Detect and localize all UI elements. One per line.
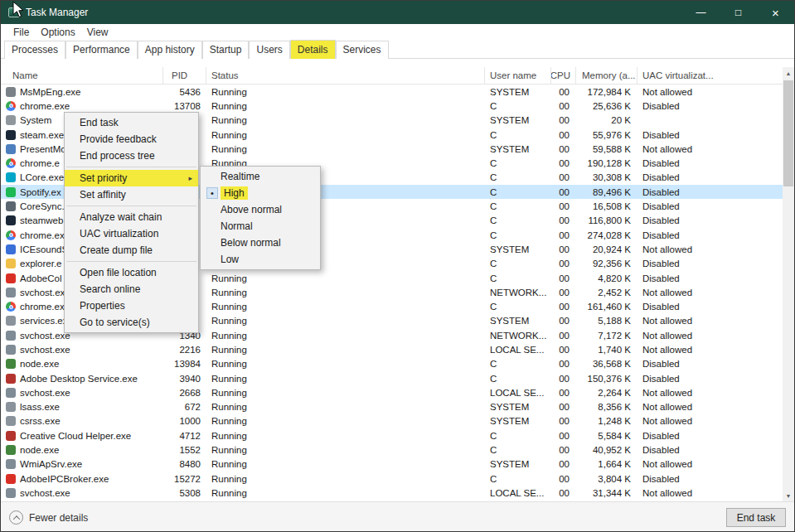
tab-startup[interactable]: Startup [202, 41, 250, 59]
fewer-details-label: Fewer details [29, 512, 88, 524]
column-header-pid[interactable]: PID [163, 67, 206, 84]
column-header-cpu[interactable]: CPU [551, 67, 576, 84]
tab-performance[interactable]: Performance [65, 41, 138, 59]
menu-item-create-dump-file[interactable]: Create dump file [65, 242, 198, 259]
close-button[interactable]: × [757, 1, 794, 24]
cell-status: Running [206, 328, 485, 342]
submenu-item-above-normal[interactable]: Above normal [201, 201, 320, 218]
menu-item-search-online[interactable]: Search online [65, 281, 198, 297]
process-icon [6, 158, 16, 168]
cell-cpu: 00 [551, 228, 576, 242]
table-row[interactable]: svchost.exe2668RunningLOCAL SE...002,264… [1, 385, 784, 399]
column-header-user-name[interactable]: User name [485, 67, 551, 84]
cell-user-name: C [485, 156, 551, 170]
cell-cpu: 00 [551, 114, 576, 128]
column-header-status[interactable]: Status [206, 67, 485, 84]
tab-app-history[interactable]: App history [138, 41, 202, 59]
cell-pid: 5308 [163, 486, 206, 500]
cell-uac-virtualization: Not allowed [637, 486, 784, 500]
cell-user-name: C [485, 99, 551, 113]
cell-name: chrome.exe [1, 99, 163, 113]
menu-item-end-process-tree[interactable]: End process tree [65, 148, 198, 164]
submenu-item-realtime[interactable]: Realtime [201, 168, 320, 185]
menu-options[interactable]: Options [35, 27, 80, 38]
cell-memory: 1,664 K [576, 457, 637, 472]
cell-memory: 30,308 K [576, 171, 637, 185]
table-row[interactable]: node.exe1552RunningC0040,952 KDisabled [1, 443, 784, 457]
scroll-down-button[interactable]: ▼ [783, 490, 794, 502]
process-icon [6, 302, 16, 312]
cell-status: Running [206, 400, 485, 414]
cell-uac-virtualization: Disabled [637, 128, 784, 142]
cell-cpu: 00 [551, 271, 576, 285]
cell-cpu: 00 [551, 299, 576, 313]
menu-item-set-affinity[interactable]: Set affinity [65, 186, 198, 203]
table-row[interactable]: node.exe13984RunningC0036,568 KDisabled [1, 357, 784, 371]
menu-item-analyze-wait-chain[interactable]: Analyze wait chain [65, 209, 198, 225]
table-row[interactable]: Adobe Desktop Service.exe3940RunningC001… [1, 371, 784, 385]
table-row[interactable]: Creative Cloud Helper.exe4712RunningC005… [1, 428, 784, 443]
table-row[interactable]: WmiApSrv.exe8480RunningSYSTEM001,664 KNo… [1, 457, 784, 472]
tab-processes[interactable]: Processes [4, 41, 65, 59]
cell-cpu: 00 [551, 128, 576, 142]
menu-item-set-priority[interactable]: Set priority▸ [65, 170, 198, 186]
tab-details[interactable]: Details [290, 40, 336, 59]
menu-item-open-file-location[interactable]: Open file location [65, 264, 198, 281]
task-manager-app-icon [8, 7, 20, 17]
cell-cpu: 00 [551, 371, 576, 385]
cell-uac-virtualization: Disabled [637, 257, 784, 271]
column-header-memory[interactable]: Memory (a... [576, 67, 637, 84]
tab-services[interactable]: Services [336, 41, 389, 59]
cell-uac-virtualization: Disabled [637, 271, 784, 285]
table-row[interactable]: MsMpEng.exe5436RunningSYSTEM00172,984 KN… [1, 85, 784, 99]
process-icon [6, 345, 16, 355]
cell-memory: 59,588 K [576, 142, 637, 156]
cell-pid: 8480 [163, 457, 206, 472]
column-header-name[interactable]: Name [1, 67, 163, 84]
submenu-item-normal[interactable]: Normal [201, 218, 320, 235]
fewer-details-toggle[interactable]: Fewer details [9, 510, 88, 525]
menu-item-provide-feedback[interactable]: Provide feedback [65, 131, 198, 148]
table-row[interactable]: csrss.exe1000RunningSYSTEM001,248 KNot a… [1, 414, 784, 428]
cell-name: svchost.exe [1, 385, 163, 399]
table-row[interactable]: AdobeIPCBroker.exe15272RunningC003,804 K… [1, 472, 784, 486]
maximize-button[interactable]: □ [720, 1, 757, 24]
scrollbar-thumb[interactable] [783, 80, 793, 186]
tab-users[interactable]: Users [249, 41, 289, 59]
submenu-item-high[interactable]: •High [201, 185, 320, 201]
process-icon [6, 431, 16, 441]
menu-item-end-task[interactable]: End task [65, 114, 198, 131]
cell-memory: 20,924 K [576, 242, 637, 256]
cell-uac-virtualization: Disabled [637, 371, 784, 385]
menu-file[interactable]: File [7, 27, 35, 38]
cell-pid: 5436 [163, 85, 206, 99]
process-icon [6, 316, 16, 326]
menu-item-properties[interactable]: Properties [65, 297, 198, 314]
cell-pid: 672 [163, 400, 206, 414]
cell-name: node.exe [1, 357, 163, 371]
table-row[interactable]: svchost.exe5308RunningLOCAL SE...0031,34… [1, 486, 784, 500]
cell-memory: 274,028 K [576, 228, 637, 242]
cell-status: Running [206, 271, 485, 285]
menu-view[interactable]: View [81, 27, 114, 38]
end-task-button[interactable]: End task [726, 508, 786, 527]
table-row[interactable]: svchost.exe2216RunningLOCAL SE...001,740… [1, 342, 784, 356]
titlebar: Task Manager — □ × [1, 1, 794, 24]
submenu-item-low[interactable]: Low [201, 251, 320, 268]
minimize-button[interactable]: — [682, 1, 720, 24]
table-row[interactable]: lsass.exe672RunningSYSTEM008,356 KNot al… [1, 400, 784, 414]
scroll-up-button[interactable]: ▲ [783, 67, 794, 80]
cell-status: Running [206, 472, 485, 486]
cell-memory: 16,508 K [576, 199, 637, 213]
vertical-scrollbar[interactable]: ▲ ▼ [783, 67, 794, 502]
cell-cpu: 00 [551, 457, 576, 472]
menu-separator [66, 167, 196, 167]
menu-item-go-to-service-s[interactable]: Go to service(s) [65, 314, 198, 331]
cell-cpu: 00 [551, 285, 576, 299]
table-row[interactable]: chrome.exe13708RunningC0025,636 KDisable… [1, 99, 784, 113]
cell-uac-virtualization: Not allowed [637, 385, 784, 399]
submenu-item-below-normal[interactable]: Below normal [201, 235, 320, 251]
column-header-uac-virtualization[interactable]: UAC virtualizat... [637, 67, 784, 84]
cell-memory: 2,264 K [576, 385, 637, 399]
menu-item-uac-virtualization[interactable]: UAC virtualization [65, 225, 198, 242]
